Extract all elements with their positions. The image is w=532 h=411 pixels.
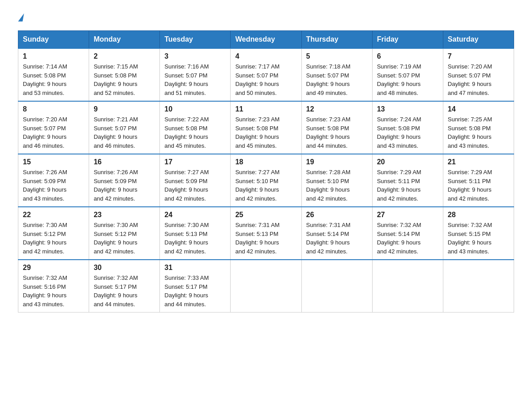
day-info: Sunrise: 7:30 AM Sunset: 5:13 PM Dayligh… [164,221,226,256]
day-number: 13 [377,105,438,113]
day-number: 2 [94,52,155,60]
day-info: Sunrise: 7:15 AM Sunset: 5:08 PM Dayligh… [94,62,155,97]
week-row-3: 15 Sunrise: 7:26 AM Sunset: 5:09 PM Dayl… [18,154,514,207]
day-number: 5 [306,52,368,60]
day-cell: 25 Sunrise: 7:31 AM Sunset: 5:13 PM Dayl… [231,207,301,260]
day-number: 1 [23,52,84,60]
day-info: Sunrise: 7:26 AM Sunset: 5:09 PM Dayligh… [94,168,155,203]
day-cell: 30 Sunrise: 7:32 AM Sunset: 5:17 PM Dayl… [89,260,160,313]
day-cell: 5 Sunrise: 7:18 AM Sunset: 5:07 PM Dayli… [301,48,372,101]
day-number: 28 [448,211,509,219]
day-number: 20 [377,158,438,166]
day-info: Sunrise: 7:33 AM Sunset: 5:17 PM Dayligh… [164,274,226,308]
day-info: Sunrise: 7:23 AM Sunset: 5:08 PM Dayligh… [235,115,296,150]
day-cell: 17 Sunrise: 7:27 AM Sunset: 5:09 PM Dayl… [160,154,231,207]
day-number: 11 [235,105,296,113]
day-info: Sunrise: 7:27 AM Sunset: 5:10 PM Dayligh… [235,168,296,203]
day-info: Sunrise: 7:31 AM Sunset: 5:14 PM Dayligh… [306,221,368,256]
day-cell: 14 Sunrise: 7:25 AM Sunset: 5:08 PM Dayl… [443,101,514,154]
logo-general-text [18,13,23,21]
day-number: 17 [164,158,226,166]
day-cell: 26 Sunrise: 7:31 AM Sunset: 5:14 PM Dayl… [301,207,372,260]
day-info: Sunrise: 7:27 AM Sunset: 5:09 PM Dayligh… [164,168,226,203]
day-info: Sunrise: 7:32 AM Sunset: 5:14 PM Dayligh… [377,221,438,256]
logo [18,13,23,21]
day-info: Sunrise: 7:29 AM Sunset: 5:11 PM Dayligh… [377,168,438,203]
day-cell: 2 Sunrise: 7:15 AM Sunset: 5:08 PM Dayli… [89,48,160,101]
day-info: Sunrise: 7:20 AM Sunset: 5:07 PM Dayligh… [448,62,509,97]
day-cell: 4 Sunrise: 7:17 AM Sunset: 5:07 PM Dayli… [231,48,301,101]
day-cell: 1 Sunrise: 7:14 AM Sunset: 5:08 PM Dayli… [18,48,89,101]
column-header-friday: Friday [372,31,443,49]
day-info: Sunrise: 7:32 AM Sunset: 5:16 PM Dayligh… [23,274,84,308]
day-number: 24 [164,211,226,219]
header [18,13,514,21]
day-cell: 18 Sunrise: 7:27 AM Sunset: 5:10 PM Dayl… [231,154,301,207]
day-number: 16 [94,158,155,166]
day-info: Sunrise: 7:16 AM Sunset: 5:07 PM Dayligh… [164,62,226,97]
day-number: 25 [235,211,296,219]
day-cell [372,260,443,313]
day-cell: 9 Sunrise: 7:21 AM Sunset: 5:07 PM Dayli… [89,101,160,154]
day-info: Sunrise: 7:25 AM Sunset: 5:08 PM Dayligh… [448,115,509,150]
day-number: 4 [235,52,296,60]
day-cell [301,260,372,313]
day-info: Sunrise: 7:20 AM Sunset: 5:07 PM Dayligh… [23,115,84,150]
calendar-table: SundayMondayTuesdayWednesdayThursdayFrid… [18,30,514,313]
day-cell: 29 Sunrise: 7:32 AM Sunset: 5:16 PM Dayl… [18,260,89,313]
header-row: SundayMondayTuesdayWednesdayThursdayFrid… [18,31,514,49]
day-number: 29 [23,264,84,272]
day-cell: 21 Sunrise: 7:29 AM Sunset: 5:11 PM Dayl… [443,154,514,207]
day-info: Sunrise: 7:32 AM Sunset: 5:15 PM Dayligh… [448,221,509,256]
week-row-4: 22 Sunrise: 7:30 AM Sunset: 5:12 PM Dayl… [18,207,514,260]
day-info: Sunrise: 7:19 AM Sunset: 5:07 PM Dayligh… [377,62,438,97]
day-number: 22 [23,211,84,219]
week-row-2: 8 Sunrise: 7:20 AM Sunset: 5:07 PM Dayli… [18,101,514,154]
day-cell [231,260,301,313]
day-info: Sunrise: 7:17 AM Sunset: 5:07 PM Dayligh… [235,62,296,97]
day-cell: 16 Sunrise: 7:26 AM Sunset: 5:09 PM Dayl… [89,154,160,207]
day-cell: 6 Sunrise: 7:19 AM Sunset: 5:07 PM Dayli… [372,48,443,101]
day-info: Sunrise: 7:30 AM Sunset: 5:12 PM Dayligh… [94,221,155,256]
day-info: Sunrise: 7:22 AM Sunset: 5:08 PM Dayligh… [164,115,226,150]
day-cell: 13 Sunrise: 7:24 AM Sunset: 5:08 PM Dayl… [372,101,443,154]
day-cell: 27 Sunrise: 7:32 AM Sunset: 5:14 PM Dayl… [372,207,443,260]
day-number: 10 [164,105,226,113]
day-cell: 19 Sunrise: 7:28 AM Sunset: 5:10 PM Dayl… [301,154,372,207]
day-number: 14 [448,105,509,113]
day-info: Sunrise: 7:24 AM Sunset: 5:08 PM Dayligh… [377,115,438,150]
column-header-saturday: Saturday [443,31,514,49]
day-number: 7 [448,52,509,60]
day-info: Sunrise: 7:26 AM Sunset: 5:09 PM Dayligh… [23,168,84,203]
day-info: Sunrise: 7:21 AM Sunset: 5:07 PM Dayligh… [94,115,155,150]
day-number: 21 [448,158,509,166]
day-cell: 3 Sunrise: 7:16 AM Sunset: 5:07 PM Dayli… [160,48,231,101]
day-info: Sunrise: 7:31 AM Sunset: 5:13 PM Dayligh… [235,221,296,256]
day-number: 23 [94,211,155,219]
week-row-1: 1 Sunrise: 7:14 AM Sunset: 5:08 PM Dayli… [18,48,514,101]
day-number: 6 [377,52,438,60]
day-number: 31 [164,264,226,272]
day-number: 3 [164,52,226,60]
column-header-monday: Monday [89,31,160,49]
day-number: 12 [306,105,368,113]
day-cell: 11 Sunrise: 7:23 AM Sunset: 5:08 PM Dayl… [231,101,301,154]
day-number: 27 [377,211,438,219]
day-cell: 12 Sunrise: 7:23 AM Sunset: 5:08 PM Dayl… [301,101,372,154]
day-cell: 22 Sunrise: 7:30 AM Sunset: 5:12 PM Dayl… [18,207,89,260]
logo-triangle-icon [18,13,24,21]
day-info: Sunrise: 7:23 AM Sunset: 5:08 PM Dayligh… [306,115,368,150]
day-number: 18 [235,158,296,166]
column-header-sunday: Sunday [18,31,89,49]
day-number: 19 [306,158,368,166]
day-number: 8 [23,105,84,113]
column-header-tuesday: Tuesday [160,31,231,49]
day-cell: 10 Sunrise: 7:22 AM Sunset: 5:08 PM Dayl… [160,101,231,154]
column-header-wednesday: Wednesday [231,31,301,49]
column-header-thursday: Thursday [301,31,372,49]
day-cell: 28 Sunrise: 7:32 AM Sunset: 5:15 PM Dayl… [443,207,514,260]
day-info: Sunrise: 7:14 AM Sunset: 5:08 PM Dayligh… [23,62,84,97]
day-cell: 24 Sunrise: 7:30 AM Sunset: 5:13 PM Dayl… [160,207,231,260]
day-number: 30 [94,264,155,272]
day-cell: 31 Sunrise: 7:33 AM Sunset: 5:17 PM Dayl… [160,260,231,313]
